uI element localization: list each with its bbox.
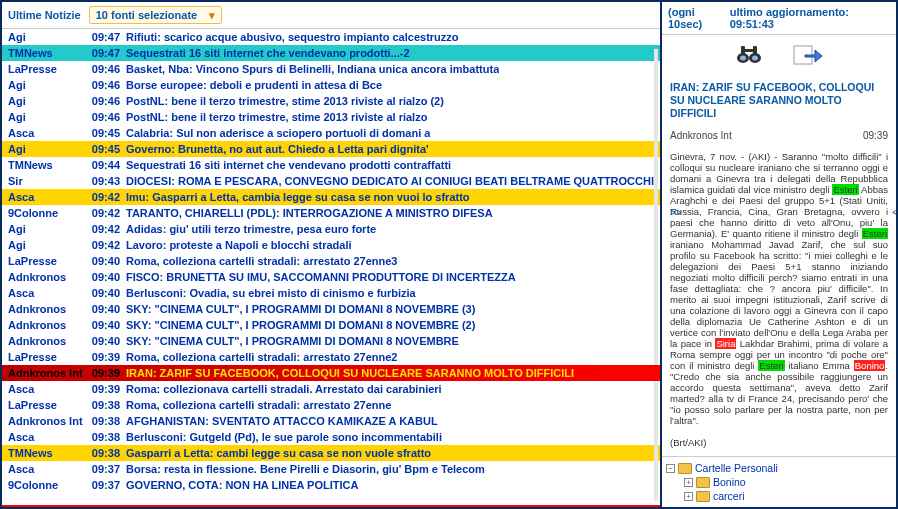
news-title: Berlusconi: Ovadia, su ebrei misto di ci… [126,286,416,300]
news-source: Asca [8,126,84,140]
news-time: 09:40 [84,270,120,284]
news-title: Governo: Brunetta, no aut aut. Chiedo a … [126,142,429,156]
next-arrow-icon: << [892,207,896,218]
news-time: 09:44 [84,158,120,172]
news-title: GOVERNO, COTA: NON HA LINEA POLITICA [126,478,358,492]
expand-icon[interactable]: + [684,492,693,501]
news-row[interactable]: Asca09:39Roma: collezionava cartelli str… [2,381,660,397]
news-row[interactable]: Agi09:47Rifiuti: scarico acque abusivo, … [2,29,660,45]
news-title: Roma, colleziona cartelli stradali: arre… [126,398,391,412]
news-title: Sequestrati 16 siti internet che vendeva… [126,46,410,60]
news-source: Agi [8,110,84,124]
news-title: IRAN: ZARIF SU FACEBOOK, COLLOQUI SU NUC… [126,366,574,380]
news-time: 09:40 [84,302,120,316]
news-row[interactable]: Asca09:38Berlusconi: Gutgeld (Pd), le su… [2,429,660,445]
folder-icon [696,477,710,488]
news-row[interactable]: Asca09:42Imu: Gasparri a Letta, cambia l… [2,189,660,205]
news-row[interactable]: Agi09:42Lavoro: proteste a Napoli e bloc… [2,237,660,253]
news-row[interactable]: Asca09:37Borsa: resta in flessione. Bene… [2,461,660,477]
news-row[interactable]: Adnkronos09:40SKY: "CINEMA CULT", I PROG… [2,333,660,349]
scrollbar[interactable] [654,49,658,501]
news-source: Agi [8,238,84,252]
news-row[interactable]: LaPresse09:40Roma, colleziona cartelli s… [2,253,660,269]
news-row[interactable]: Adnkronos Int09:38AFGHANISTAN: SVENTATO … [2,413,660,429]
detail-time: 09:39 [863,130,888,141]
news-time: 09:40 [84,254,120,268]
news-row[interactable]: Agi09:45Governo: Brunetta, no aut aut. C… [2,141,660,157]
news-title: Roma, colleziona cartelli stradali: arre… [126,254,397,268]
refresh-interval: (ogni 10sec) [668,6,730,30]
tree-item-label: carceri [713,489,745,503]
news-source: TMNews [8,158,84,172]
folder-icon [678,463,692,474]
tree-root[interactable]: − Cartelle Personali [666,461,892,475]
news-source: 9Colonne [8,206,84,220]
news-title: Roma: collezionava cartelli stradali. Ar… [126,382,442,396]
news-row[interactable]: Sir09:43DIOCESI: ROMA E PESCARA, CONVEGN… [2,173,660,189]
news-source: Adnkronos Int [8,414,84,428]
news-title: Adidas: giu' utili terzo trimestre, pesa… [126,222,376,236]
latest-news-label: Ultime Notizie [8,9,81,21]
news-row[interactable]: LaPresse09:38Roma, colleziona cartelli s… [2,397,660,413]
news-row[interactable]: Asca09:40Berlusconi: Ovadia, su ebrei mi… [2,285,660,301]
left-panel: Ultime Notizie 10 fonti selezionate Agi0… [2,2,662,507]
news-time: 09:46 [84,78,120,92]
news-source: Adnkronos Int [8,366,84,380]
news-row[interactable]: Adnkronos Int09:39IRAN: ZARIF SU FACEBOO… [2,365,660,381]
news-row[interactable]: Adnkronos09:40SKY: "CINEMA CULT", I PROG… [2,317,660,333]
news-time: 09:46 [84,62,120,76]
news-title: DIOCESI: ROMA E PESCARA, CONVEGNO DEDICA… [126,174,654,188]
news-row[interactable]: TMNews09:47Sequestrati 16 siti internet … [2,45,660,61]
news-time: 09:40 [84,318,120,332]
news-time: 09:42 [84,206,120,220]
news-title: PostNL: bene il terzo trimestre, stime 2… [126,110,427,124]
news-source: Adnkronos [8,302,84,316]
news-row[interactable]: Agi09:46PostNL: bene il terzo trimestre,… [2,109,660,125]
news-row[interactable]: Agi09:42Adidas: giu' utili terzo trimest… [2,221,660,237]
news-title: Rifiuti: scarico acque abusivo, sequestr… [126,30,459,44]
news-row[interactable]: Asca09:45Calabria: Sul non aderisce a sc… [2,125,660,141]
news-source: LaPresse [8,254,84,268]
news-title: FISCO: BRUNETTA SU IMU, SACCOMANNI PRODU… [126,270,516,284]
news-source: Asca [8,190,84,204]
news-time: 09:37 [84,478,120,492]
news-title: Borsa: resta in flessione. Bene Pirelli … [126,462,485,476]
news-source: Adnkronos [8,270,84,284]
news-title: Roma, colleziona cartelli stradali: arre… [126,350,397,364]
news-title: SKY: "CINEMA CULT", I PROGRAMMI DI DOMAN… [126,302,475,316]
binoculars-icon[interactable] [735,43,763,69]
tree-item[interactable]: + carceri [666,489,892,503]
news-row[interactable]: Adnkronos09:40SKY: "CINEMA CULT", I PROG… [2,301,660,317]
news-source: Adnkronos [8,318,84,332]
news-time: 09:39 [84,350,120,364]
collapse-icon[interactable]: − [666,464,675,473]
news-source: Asca [8,286,84,300]
news-row[interactable]: LaPresse09:46Basket, Nba: Vincono Spurs … [2,61,660,77]
news-row[interactable]: 9Colonne09:37GOVERNO, COTA: NON HA LINEA… [2,477,660,493]
forward-arrow-icon[interactable] [793,43,823,69]
news-row[interactable]: 9Colonne09:42TARANTO, CHIARELLI (PDL): I… [2,205,660,221]
news-source: LaPresse [8,350,84,364]
news-row[interactable]: LaPresse09:39Roma, colleziona cartelli s… [2,349,660,365]
news-source: Agi [8,30,84,44]
tree-item[interactable]: + Bonino [666,475,892,489]
expand-icon[interactable]: + [684,478,693,487]
news-row[interactable]: Agi09:46Borse europee: deboli e prudenti… [2,77,660,93]
news-row[interactable]: TMNews09:38Gasparri a Letta: cambi legge… [2,445,660,461]
news-source: Sir [8,174,84,188]
news-title: Lavoro: proteste a Napoli e blocchi stra… [126,238,352,252]
news-time: 09:38 [84,446,120,460]
news-row[interactable]: TMNews09:44Sequestrati 16 siti internet … [2,157,660,173]
news-source: Agi [8,142,84,156]
news-row[interactable]: Agi09:46PostNL: bene il terzo trimestre,… [2,93,660,109]
folder-tree[interactable]: − Cartelle Personali + Bonino + carceri [662,456,896,507]
news-row[interactable]: Adnkronos09:40FISCO: BRUNETTA SU IMU, SA… [2,269,660,285]
news-title: TARANTO, CHIARELLI (PDL): INTERROGAZIONE… [126,206,493,220]
svg-rect-3 [753,46,757,54]
tree-item-label: Bonino [713,475,746,489]
sources-dropdown[interactable]: 10 fonti selezionate [89,6,222,24]
news-time: 09:38 [84,430,120,444]
detail-body[interactable]: >><< Ginevra, 7 nov. - (AKI) - Saranno "… [662,147,896,456]
news-list[interactable]: Agi09:47Rifiuti: scarico acque abusivo, … [2,29,660,505]
news-source: Adnkronos [8,334,84,348]
